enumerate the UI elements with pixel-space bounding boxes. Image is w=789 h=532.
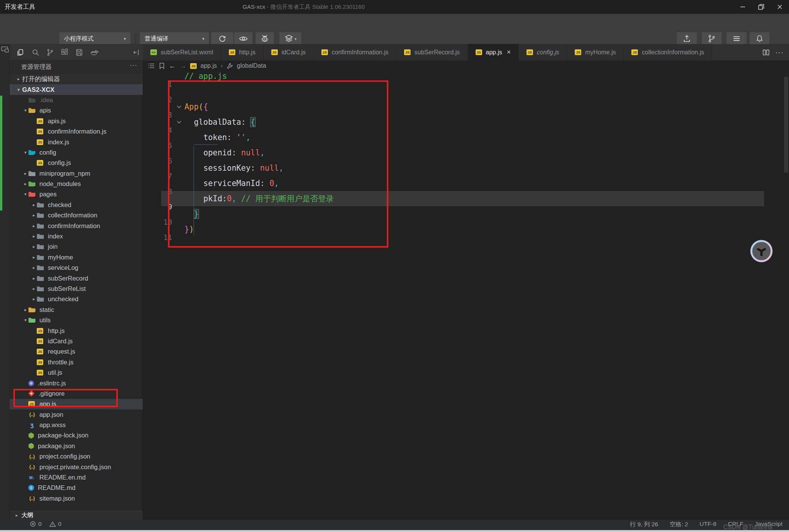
source-control-icon[interactable]	[46, 48, 55, 57]
code-line[interactable]: sessionKey: null,	[184, 160, 284, 176]
search-icon[interactable]	[31, 48, 40, 57]
device-debug-button[interactable]	[256, 32, 274, 45]
problems-status[interactable]: 0 0	[30, 521, 61, 527]
tree-item-app-json[interactable]: {..}app.json	[10, 410, 143, 420]
tree-item-subserrelist[interactable]: ▸subSerReList	[10, 284, 143, 294]
code-line[interactable]: App({	[184, 99, 208, 114]
tree-item-confirminformation[interactable]: ▸confirmInformation	[10, 220, 143, 231]
tree-item-gas2-xcx[interactable]: ▾GAS2-XCX	[10, 84, 143, 95]
clear-cache-button[interactable]: ▾	[279, 32, 302, 45]
docker-icon[interactable]	[90, 48, 99, 57]
compile-button[interactable]	[211, 32, 233, 45]
message-button[interactable]	[750, 32, 769, 45]
tree-item-collectinformation[interactable]: ▸collectInformation	[10, 210, 143, 220]
tab-subserrelist-wxml[interactable]: <>subSerReList.wxml	[143, 44, 221, 60]
tree-item-eslintrc-js[interactable]: .eslintrc.js	[10, 378, 143, 388]
tree-item-throttle-js[interactable]: JSthrottle.js	[10, 357, 143, 367]
tree-item-gitignore[interactable]: .gitignore	[10, 388, 143, 399]
code-line[interactable]: globalData: {	[184, 114, 255, 130]
code-line[interactable]: pkId:0, // 用于判断用户是否登录	[184, 191, 334, 206]
version-control-button[interactable]	[702, 32, 722, 45]
tree-item-readme-md[interactable]: iREADME.md	[10, 483, 143, 493]
tree-item-config[interactable]: ▾⚙config	[10, 147, 143, 158]
code-line[interactable]: serviceManId: 0,	[184, 176, 279, 191]
compile-mode-dropdown[interactable]: 普通编译▾	[140, 32, 209, 45]
tree-item-app-wxss[interactable]: ʒapp.wxss	[10, 420, 143, 430]
close-window-button[interactable]	[771, 0, 789, 14]
bookmark-icon[interactable]	[159, 62, 165, 69]
tree-item-unchecked[interactable]: ▸unchecked	[10, 294, 143, 304]
tab-http-js[interactable]: JShttp.js	[221, 44, 264, 60]
tree-item-miniprogram-npm[interactable]: ▸miniprogram_npm	[10, 168, 143, 179]
more-tabs-icon[interactable]: ···	[775, 48, 784, 57]
tree-item-util-js[interactable]: JSutil.js	[10, 367, 143, 378]
tree-item-index[interactable]: ▸index	[10, 231, 143, 242]
tree-item-pages[interactable]: ▾●pages	[10, 189, 143, 199]
tree-item-readme-en-md[interactable]: M↓README.en.md	[10, 472, 143, 483]
collapse-sidebar-icon[interactable]	[132, 48, 141, 57]
tree-item-static[interactable]: ▸≡static	[10, 305, 143, 315]
split-editor-icon[interactable]	[762, 49, 770, 56]
tree-item-index-js[interactable]: JSindex.js	[10, 137, 143, 147]
tree-item-apis[interactable]: ▾#apis	[10, 105, 143, 116]
tab-config-js[interactable]: JSconfig.js	[519, 44, 567, 60]
tree-item-node-modules[interactable]: ▸●node_modules	[10, 179, 143, 189]
tab-confirminformation-js[interactable]: JSconfirmInformation.js	[314, 44, 397, 60]
tree-item-utils[interactable]: ▾+utils	[10, 315, 143, 325]
minimize-button[interactable]	[734, 0, 752, 14]
tab-subserrecord-js[interactable]: JSsubSerRecord.js	[396, 44, 468, 60]
outline-section[interactable]: ▸ 大纲	[10, 511, 143, 520]
tab-idcard-js[interactable]: JSidCard.js	[264, 44, 314, 60]
tree-item-project-private-config-json[interactable]: {..}project.private.config.json	[10, 462, 143, 472]
extensions-icon[interactable]	[60, 48, 69, 57]
tab-app-js[interactable]: JSapp.js×	[468, 44, 519, 60]
fold-chevron-icon[interactable]	[176, 99, 183, 114]
code-line[interactable]: openid: null,	[184, 145, 265, 160]
tree-item-servicelog[interactable]: ▸serviceLog	[10, 263, 143, 273]
tab-collectioninformation-js[interactable]: JScollectionInformation.js	[624, 44, 712, 60]
tree-item-request-js[interactable]: JSrequest.js	[10, 346, 143, 357]
tree-item-package-lock-json[interactable]: package-lock.json	[10, 430, 143, 441]
tab-myhome-js[interactable]: JSmyHome.js	[567, 44, 624, 60]
mode-dropdown[interactable]: 小程序模式▾	[59, 32, 130, 45]
app-menu[interactable]: 开发者工具	[5, 3, 35, 11]
status-item-2[interactable]: UTF-8	[699, 521, 716, 529]
tree-item-config-js[interactable]: JSconfig.js	[10, 158, 143, 168]
code-line[interactable]: })	[184, 222, 194, 237]
code-line[interactable]: // app.js	[184, 69, 227, 84]
status-item-0[interactable]: 行 9, 列 26	[630, 521, 658, 529]
tree-item-myhome[interactable]: ▸myHome	[10, 252, 143, 263]
close-icon[interactable]: ×	[507, 48, 511, 56]
tree-item-join[interactable]: ▸join	[10, 242, 143, 252]
upload-button[interactable]	[677, 32, 697, 45]
tree-item-idea[interactable]: .idea	[10, 95, 143, 105]
maximize-button[interactable]	[752, 0, 770, 14]
tree-item-confirminformation-js[interactable]: JSconfirmInformation.js	[10, 126, 143, 137]
preview-button[interactable]	[234, 32, 253, 45]
code-line[interactable]: token: '',	[184, 130, 251, 145]
tree-item-sitemap-json[interactable]: {..}sitemap.json	[10, 493, 143, 504]
tree-item-checked[interactable]: ▸checked	[10, 200, 143, 210]
fold-chevron-icon[interactable]	[176, 114, 183, 130]
tree-item-project-config-json[interactable]: {..}project.config.json	[10, 451, 143, 462]
files-icon[interactable]	[16, 48, 25, 57]
tree-item-http-js[interactable]: JShttp.js	[10, 325, 143, 336]
tree-item-app-js[interactable]: JSapp.js	[10, 399, 143, 409]
save-file-icon[interactable]	[75, 48, 84, 57]
tree-item-package-json[interactable]: package.json	[10, 441, 143, 451]
scrollbar-thumb[interactable]	[784, 77, 788, 173]
explorer-more-icon[interactable]: ···	[130, 62, 137, 69]
back-arrow-icon[interactable]: ←	[169, 62, 176, 70]
details-button[interactable]	[727, 32, 747, 45]
tree-item-item[interactable]: ▸打开的编辑器	[10, 74, 143, 84]
breadcrumb-symbol[interactable]: globalData	[237, 62, 266, 69]
tree-item-idcard-js[interactable]: JSidCard.js	[10, 336, 143, 346]
tree-item-subserrecord[interactable]: ▸subSerRecord	[10, 273, 143, 283]
code-editor[interactable]: ← → JS app.js › globalData 1234567891011…	[143, 60, 789, 520]
tree-item-apis-js[interactable]: JSapis.js	[10, 116, 143, 126]
outline-list-icon[interactable]	[147, 62, 155, 69]
simulator-toggle-icon[interactable]	[1, 46, 9, 52]
floating-tool-badge[interactable]	[750, 240, 773, 262]
code-line[interactable]: }	[184, 206, 199, 222]
status-item-1[interactable]: 空格: 2	[670, 521, 688, 529]
